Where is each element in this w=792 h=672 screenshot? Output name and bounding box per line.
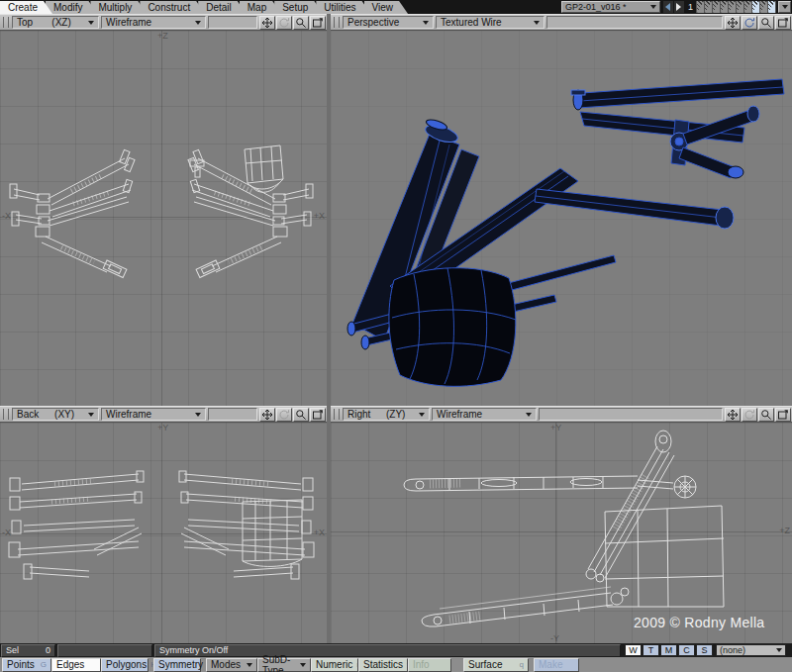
pan-button[interactable] (259, 408, 275, 422)
rotate-button[interactable] (276, 408, 292, 422)
zoom-button[interactable] (758, 16, 774, 30)
axis-mark-right: +X (314, 528, 325, 537)
layer-fg-triangle (721, 1, 728, 13)
pan-icon (261, 17, 273, 29)
view-type-dropdown-back[interactable]: Back (XY) (12, 408, 99, 421)
view-type-dropdown-top[interactable]: Top (XZ) (12, 16, 99, 29)
render-mode-dropdown-back[interactable]: Wireframe (101, 408, 206, 421)
layer-button-5[interactable] (728, 1, 736, 13)
zoom-button[interactable] (758, 408, 774, 422)
tab-multiply[interactable]: Multiply (90, 1, 147, 14)
sel-count: 0 (46, 645, 50, 655)
statistics-button[interactable]: Statisticsw (358, 658, 408, 672)
vmap-selection-button[interactable]: S (696, 644, 713, 656)
object-selector-dropdown[interactable]: GP2-01_v016 * (561, 1, 660, 13)
layer-button-10[interactable] (767, 1, 775, 13)
layer-fg-triangle (744, 1, 751, 13)
axis-mark-right: +X (314, 211, 325, 221)
maximize-icon (312, 17, 324, 29)
rotate-button[interactable] (742, 408, 757, 422)
layer-button-6[interactable] (736, 1, 743, 13)
modes-dropdown[interactable]: Modes (206, 658, 257, 672)
layer-button-1[interactable] (696, 1, 704, 13)
zoom-button[interactable] (293, 16, 309, 30)
drag-handle-icon[interactable] (334, 17, 340, 28)
magnifier-icon (760, 17, 772, 29)
sel-label: Sel (6, 645, 19, 655)
arrow-left-icon (665, 3, 670, 11)
tab-modify[interactable]: Modify (46, 1, 97, 14)
vmap-weight-button[interactable]: W (625, 644, 642, 656)
maximize-viewport-button[interactable] (775, 16, 791, 30)
view-type-dropdown-perspective[interactable]: Perspective (343, 16, 434, 29)
rotate-button[interactable] (276, 16, 292, 30)
layer-fg-triangle (752, 1, 759, 13)
layer-button-9[interactable] (759, 1, 767, 13)
render-mode-dropdown-top[interactable]: Wireframe (101, 16, 206, 29)
rotate-button[interactable] (742, 16, 757, 30)
object-layer-controls: GP2-01_v016 * 1 (561, 1, 791, 13)
tab-detail[interactable]: Detail (198, 1, 247, 14)
info-button[interactable]: Info (408, 658, 451, 672)
viewport-back-canvas[interactable]: +Y -X +X (0, 423, 327, 643)
layer-bank-next-button[interactable] (674, 1, 684, 13)
maximize-viewport-button[interactable] (310, 16, 326, 30)
vmap-color-button[interactable]: C (678, 644, 695, 656)
maximize-icon (312, 409, 324, 421)
vertex-map-dropdown[interactable]: (none) (716, 644, 786, 656)
axis-mark-left: -X (2, 211, 11, 221)
drag-handle-icon[interactable] (334, 409, 340, 420)
status-bar: Sel 0 Symmetry On/Off W T M C S (none) (0, 643, 792, 657)
layer-fg-triangle (760, 1, 767, 13)
maximize-viewport-button[interactable] (310, 408, 326, 422)
polygons-mode-button[interactable]: PolygonsH (101, 658, 148, 672)
maximize-viewport-button[interactable] (775, 408, 791, 422)
wireframe-model-top-view (0, 31, 327, 406)
layer-fg-triangle (768, 1, 775, 13)
viewport-right-canvas[interactable]: +Y +Z -Y 2009 © Rodny Mella (331, 423, 792, 643)
layer-button-2[interactable] (704, 1, 712, 13)
symmetry-button[interactable]: SymmetryY (153, 658, 201, 672)
vmap-morph-button[interactable]: M (660, 644, 677, 656)
pan-button[interactable] (725, 16, 741, 30)
vmap-texture-button[interactable]: T (643, 644, 659, 656)
pan-button[interactable] (725, 408, 741, 422)
viewport-top-canvas[interactable]: +Z -X +X (0, 31, 327, 406)
surface-button[interactable]: Surfaceq (463, 658, 529, 672)
layer-button-8[interactable] (751, 1, 759, 13)
layer-button-3[interactable] (712, 1, 720, 13)
view-axes-label: (ZY) (386, 409, 405, 420)
render-mode-dropdown-right[interactable]: Wireframe (432, 408, 537, 421)
tab-view[interactable]: View (364, 1, 409, 14)
rotate-icon (743, 409, 755, 421)
edges-mode-button[interactable]: Edges (51, 658, 101, 672)
points-mode-button[interactable]: PointsG (2, 658, 51, 672)
make-button[interactable]: Make (534, 658, 579, 672)
tab-create[interactable]: Create (0, 1, 52, 14)
numeric-button[interactable]: Numericn (311, 658, 358, 672)
drag-handle-icon[interactable] (3, 17, 9, 28)
tab-construct[interactable]: Construct (140, 1, 205, 14)
layer-bank-prev-button[interactable] (663, 1, 673, 13)
layer-list-dropdown[interactable] (778, 1, 791, 13)
pan-button[interactable] (259, 16, 275, 30)
layer-button-4[interactable] (720, 1, 728, 13)
layer-bank (696, 1, 776, 13)
tab-setup[interactable]: Setup (274, 1, 323, 14)
zoom-button[interactable] (293, 408, 309, 422)
tab-utilities[interactable]: Utilities (316, 1, 370, 14)
shaded-model-perspective-view (331, 31, 792, 406)
drag-handle-icon[interactable] (3, 409, 9, 420)
magnifier-icon (295, 17, 307, 29)
render-mode-dropdown-perspective[interactable]: Textured Wire (436, 16, 544, 29)
viewport-perspective-canvas[interactable] (331, 31, 792, 406)
subd-type-dropdown[interactable]: SubD-Type (257, 658, 311, 672)
mode-toolbar: PointsG Edges PolygonsH SymmetryY Modes … (0, 657, 792, 672)
rotate-icon (278, 17, 290, 29)
layer-button-7[interactable] (743, 1, 751, 13)
view-type-dropdown-right[interactable]: Right (ZY) (343, 408, 430, 421)
chevron-down-icon (195, 413, 201, 417)
pan-icon (261, 409, 273, 421)
chevron-down-icon (419, 413, 425, 417)
render-mode-label: Wireframe (106, 17, 151, 28)
